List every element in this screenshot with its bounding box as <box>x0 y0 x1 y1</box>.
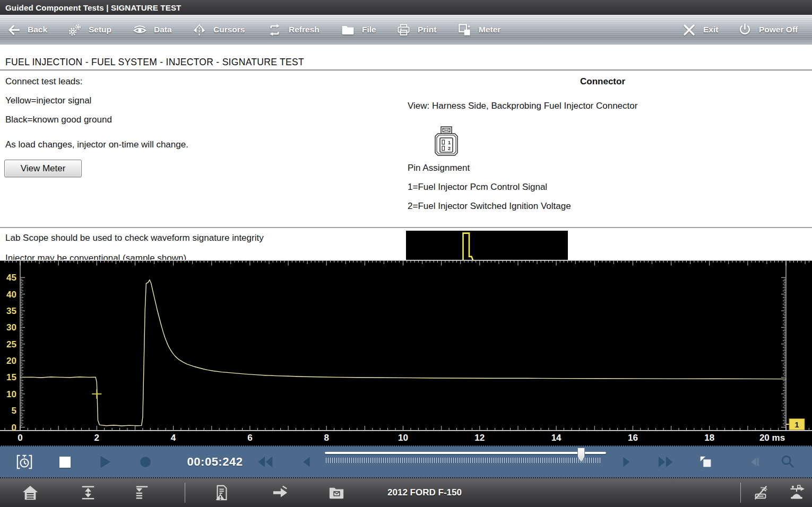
scope-x-tick-label: 4 <box>171 433 176 443</box>
instruction-line: Black=known good ground <box>5 115 188 134</box>
rewind-icon <box>256 454 274 470</box>
record-button[interactable] <box>134 447 157 477</box>
main-toolbar: BackSetupDataCursorsRefreshFilePrintMete… <box>0 15 812 45</box>
zoom-icon <box>780 454 796 470</box>
scope-x-tick-label: 20 ms <box>759 433 785 443</box>
folder-icon <box>341 23 355 37</box>
instruction-line: Yellow=injector signal <box>5 95 188 115</box>
toolbar-button-power-off[interactable]: Power Off <box>738 15 798 45</box>
gears-icon <box>67 23 82 37</box>
connector-diagram-icon: 1 2 <box>434 126 459 156</box>
close-x-icon <box>682 23 696 37</box>
toolbar-button-print[interactable]: Print <box>396 15 436 45</box>
toolbar-label: Setup <box>89 25 111 34</box>
toolbar-label: Cursors <box>213 25 245 34</box>
svg-text:0: 0 <box>12 423 16 432</box>
svg-text:5: 5 <box>12 406 16 416</box>
pin-2-label: 2 <box>448 146 451 151</box>
toolbar-button-meter[interactable]: Meter <box>457 15 500 45</box>
step-forward-button[interactable] <box>615 447 638 477</box>
toolbar-button-refresh[interactable]: Refresh <box>267 15 319 45</box>
breadcrumb: FUEL INJECTION - FUEL SYSTEM - INJECTOR … <box>5 57 304 68</box>
slider-track[interactable] <box>325 452 606 454</box>
scope-x-tick-label: 14 <box>551 433 562 443</box>
play-button[interactable] <box>93 447 117 477</box>
scope-x-tick-label: 10 <box>398 433 408 443</box>
vertical-range-icon <box>80 485 96 501</box>
snapshot-button[interactable] <box>694 447 718 477</box>
playback-control-bar: 00:05:242 <box>0 445 812 478</box>
record-warning-button[interactable] <box>209 478 234 507</box>
eye-icon <box>133 23 147 37</box>
play-icon <box>97 454 113 470</box>
status-divider <box>185 483 185 503</box>
prev-frame-disabled-icon <box>747 454 763 470</box>
zoom-button[interactable] <box>776 447 799 477</box>
position-slider[interactable] <box>325 447 606 477</box>
home-button[interactable] <box>18 478 42 507</box>
toolbar-label: Exit <box>703 25 718 34</box>
toolbar-label: Back <box>28 25 47 34</box>
toolbar-button-data[interactable]: Data <box>133 15 172 45</box>
toolbar-label: Refresh <box>289 25 319 34</box>
stop-icon <box>59 457 71 468</box>
vehicle-id[interactable]: 2012 FORD F-150 <box>366 478 483 507</box>
toolbar-button-exit[interactable]: Exit <box>682 15 718 45</box>
stop-button[interactable] <box>53 447 76 477</box>
instruction-line: As load changes, injector on-time will c… <box>5 139 188 159</box>
scope-x-tick-label: 12 <box>474 433 485 443</box>
keyboard-status-button[interactable] <box>748 478 772 507</box>
toolbar-button-file[interactable]: File <box>341 15 376 45</box>
pin-description: 1=Fuel Injector Pcm Control Signal <box>408 182 571 201</box>
timer-button[interactable] <box>13 447 36 477</box>
demo-mode-button[interactable] <box>267 478 292 507</box>
scope-plot[interactable]: 4540353025201510501 <box>0 260 812 431</box>
toolbar-label: Meter <box>479 25 500 34</box>
saved-data-button[interactable] <box>324 478 348 507</box>
toolbar-button-setup[interactable]: Setup <box>67 15 111 45</box>
pin-assignment-heading: Pin Assignment <box>408 163 470 173</box>
power-icon <box>738 23 752 37</box>
scope-x-tick-label: 0 <box>18 433 22 443</box>
elapsed-time: 00:05:242 <box>179 447 250 477</box>
pin-description: 2=Fuel Injector Switched Ignition Voltag… <box>408 201 571 220</box>
scope-x-tick-label: 18 <box>704 433 714 443</box>
divider <box>0 227 812 228</box>
connector-heading: Connector <box>580 76 625 87</box>
scope-x-tick-label: 2 <box>94 433 99 443</box>
svg-text:35: 35 <box>6 306 16 316</box>
scope-x-tick-label: 8 <box>324 433 329 443</box>
connector-view-line: View: Harness Side, Backprobing Fuel Inj… <box>408 101 637 111</box>
toolbar-button-cursors[interactable]: Cursors <box>192 15 245 45</box>
app-root: Guided Component Tests | SIGNATURE TEST … <box>0 0 812 507</box>
fast-forward-button[interactable] <box>654 447 677 477</box>
back-arrow-icon <box>6 23 21 37</box>
scope-x-tick-label: 16 <box>628 433 638 443</box>
status-bar: 2012 FORD F-150 <box>0 478 812 507</box>
record-icon <box>137 454 153 470</box>
snapshot-icon <box>698 454 714 470</box>
record-warning-icon <box>213 485 229 501</box>
meter-icon <box>457 23 472 37</box>
svg-text:20: 20 <box>6 356 16 366</box>
step-back-button[interactable] <box>295 447 318 477</box>
slider-tick-marks <box>326 458 602 463</box>
refresh-icon <box>267 23 282 37</box>
rewind-button[interactable] <box>254 447 277 477</box>
saved-data-folder-icon <box>328 485 344 501</box>
usb-status-button[interactable] <box>784 478 808 507</box>
sweep-settings-button[interactable] <box>129 478 153 507</box>
sweep-settings-icon <box>133 485 149 501</box>
status-divider <box>740 483 741 503</box>
vertical-range-button[interactable] <box>75 478 100 507</box>
demo-arrow-icon <box>272 485 288 501</box>
svg-text:1: 1 <box>794 420 799 429</box>
prev-frame-button-disabled <box>743 447 766 477</box>
pin-1-label: 1 <box>448 140 451 145</box>
view-meter-button[interactable]: View Meter <box>4 160 82 177</box>
svg-text:25: 25 <box>6 339 16 349</box>
instruction-list: Connect test leads:Yellow=injector signa… <box>5 76 188 159</box>
scope-x-axis: 02468101214161820 ms <box>0 431 812 445</box>
toolbar-button-back[interactable]: Back <box>6 15 47 45</box>
toolbar-label: Data <box>154 25 172 34</box>
